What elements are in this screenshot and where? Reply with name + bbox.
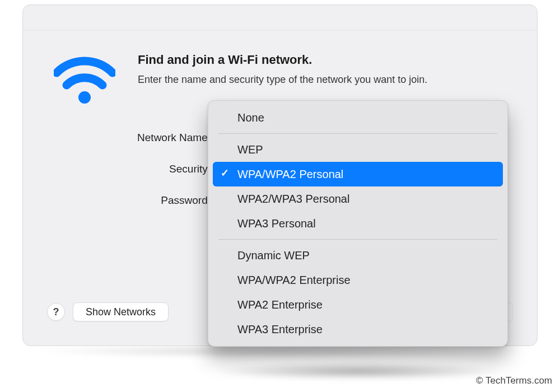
wifi-icon — [50, 53, 115, 109]
menu-separator — [218, 133, 497, 134]
menu-separator — [218, 239, 497, 240]
svg-point-0 — [78, 91, 91, 104]
menu-item-wpa3-enterprise[interactable]: WPA3 Enterprise — [208, 317, 507, 342]
show-networks-button[interactable]: Show Networks — [73, 302, 169, 321]
menu-item-wpa2-enterprise[interactable]: WPA2 Enterprise — [208, 292, 507, 317]
menu-item-wpa-wpa2-personal[interactable]: WPA/WPA2 Personal — [213, 162, 503, 186]
menu-item-wpa3-personal[interactable]: WPA3 Personal — [208, 211, 507, 236]
menu-item-wpa2-wpa3-personal[interactable]: WPA2/WPA3 Personal — [208, 186, 507, 211]
password-label: Password: — [84, 194, 218, 207]
menu-item-wep[interactable]: WEP — [208, 137, 507, 162]
dialog-title: Find and join a Wi-Fi network. — [138, 53, 427, 67]
security-label: Security: — [84, 163, 218, 175]
security-dropdown-menu: None WEP WPA/WPA2 Personal WPA2/WPA3 Per… — [208, 100, 508, 347]
help-button[interactable]: ? — [47, 303, 65, 321]
popover-shadow — [213, 363, 504, 380]
menu-item-wpa-wpa2-enterprise[interactable]: WPA/WPA2 Enterprise — [208, 268, 507, 292]
titlebar — [23, 5, 537, 30]
dialog-subtitle: Enter the name and security type of the … — [138, 73, 427, 87]
menu-item-dynamic-wep[interactable]: Dynamic WEP — [208, 243, 507, 268]
copyright: © TechTerms.com — [476, 375, 552, 386]
menu-item-none[interactable]: None — [208, 105, 507, 130]
network-name-label: Network Name: — [84, 132, 218, 144]
